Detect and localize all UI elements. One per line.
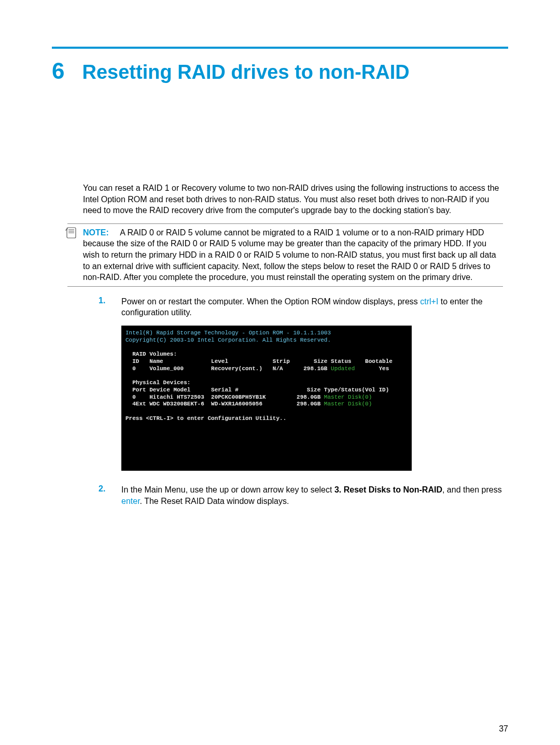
- step-text-pre: Power on or restart the computer. When t…: [121, 297, 420, 306]
- ss-raid-cols: ID Name Level Strip Size Status Bootable: [125, 358, 393, 364]
- ss-phys-header: Physical Devices:: [125, 379, 190, 386]
- note-icon: [65, 227, 78, 241]
- step-key: enter: [121, 497, 140, 505]
- step-number: 1.: [99, 296, 109, 318]
- ss-prompt: Press <CTRL-I> to enter Configuration Ut…: [125, 415, 286, 421]
- step-text-pre: In the Main Menu, use the up or down arr…: [121, 485, 334, 494]
- step-text-post: . The Reset RAID Data window displays.: [140, 497, 289, 505]
- ss-raid-header: RAID Volumes:: [125, 351, 177, 357]
- step-bold: 3. Reset Disks to Non-RAID: [334, 485, 442, 494]
- ss-raid-boot: Yes: [355, 366, 389, 372]
- chapter-heading: 6 Resetting RAID drives to non-RAID: [52, 58, 508, 84]
- ss-phys-row2: 4Ext WDC WD3200BEKT-6 WD-WXR1A6005056 29…: [125, 401, 320, 407]
- ss-phys-row2-status: Master Disk(0): [320, 401, 372, 407]
- chapter-number: 6: [52, 58, 64, 84]
- note-text: A RAID 0 or RAID 5 volume cannot be migr…: [83, 228, 496, 282]
- ss-raid-status: Updated: [327, 366, 355, 372]
- note-block: NOTE: A RAID 0 or RAID 5 volume cannot b…: [67, 223, 503, 287]
- top-rule: [52, 47, 508, 49]
- ss-title: Intel(R) Rapid Storage Technology - Opti…: [125, 330, 331, 336]
- ss-raid-row: 0 Volume_000 Recovery(cont.) N/A 298.1GB: [125, 366, 327, 372]
- chapter-title: Resetting RAID drives to non-RAID: [82, 61, 409, 83]
- ss-phys-cols: Port Device Model Serial # Size Type/Sta…: [125, 387, 389, 393]
- page-number: 37: [499, 724, 508, 734]
- ss-copyright: Copyright(C) 2003-10 Intel Corporation. …: [125, 337, 331, 343]
- ss-phys-row1-status: Master Disk(0): [320, 394, 372, 400]
- ss-phys-row1: 0 Hitachi HTS72503 20PCKC00BPH5YB1K 298.…: [125, 394, 320, 400]
- option-rom-screenshot: Intel(R) Rapid Storage Technology - Opti…: [121, 326, 412, 471]
- step-2: 2. In the Main Menu, use the up or down …: [99, 484, 503, 507]
- note-label: NOTE:: [83, 228, 109, 237]
- step-number: 2.: [99, 484, 109, 507]
- step-1: 1. Power on or restart the computer. Whe…: [99, 296, 503, 318]
- intro-paragraph: You can reset a RAID 1 or Recovery volum…: [83, 182, 503, 216]
- step-key: ctrl+I: [420, 297, 438, 306]
- step-text-mid: , and then press: [442, 485, 502, 494]
